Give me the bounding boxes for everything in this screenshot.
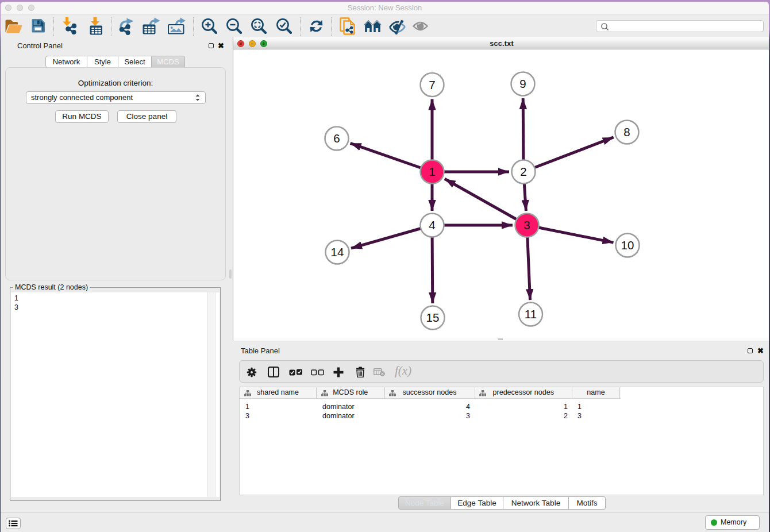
svg-text:7: 7 xyxy=(429,78,435,91)
svg-text:4: 4 xyxy=(429,218,435,232)
svg-text:11: 11 xyxy=(525,307,537,321)
svg-text:6: 6 xyxy=(333,132,340,145)
svg-text:1: 1 xyxy=(429,165,435,178)
svg-text:8: 8 xyxy=(623,125,630,138)
svg-text:14: 14 xyxy=(331,245,344,259)
svg-text:9: 9 xyxy=(519,77,526,90)
svg-text:3: 3 xyxy=(523,218,530,232)
svg-text:15: 15 xyxy=(426,311,440,324)
svg-text:10: 10 xyxy=(621,238,634,252)
svg-text:2: 2 xyxy=(520,165,526,178)
